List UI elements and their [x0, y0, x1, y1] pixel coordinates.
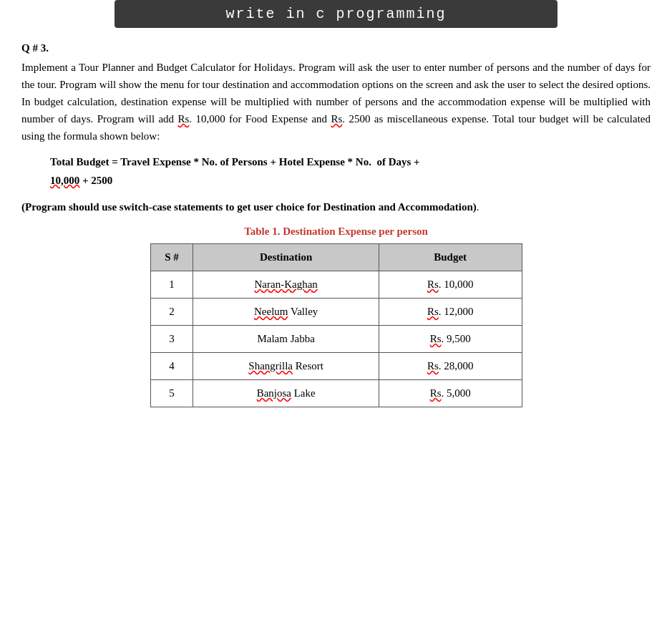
formula-line2: 10,000 + 2500 [50, 172, 651, 190]
note-block: (Program should use switch-case statemen… [21, 198, 651, 215]
sno-2: 2 [150, 299, 193, 326]
dest-3: Malam Jabba [193, 326, 379, 353]
budget-5: Rs. 5,000 [379, 380, 522, 407]
header-bar: write in c programming [115, 0, 557, 28]
note-text: (Program should use switch-case statemen… [21, 201, 477, 213]
table-header: S # Destination Budget [150, 244, 522, 271]
formula-line1: Total Budget = Travel Expense * No. of P… [50, 153, 651, 172]
sno-1: 1 [150, 271, 193, 299]
sno-3: 3 [150, 326, 193, 353]
budget-2: Rs. 12,000 [379, 299, 522, 326]
dest-2: Neelum Valley [193, 299, 379, 326]
header-title: write in c programming [225, 6, 446, 22]
dest-1: Naran-Kaghan [193, 271, 379, 299]
table-wrapper: S # Destination Budget 1 Naran-Kaghan Rs… [21, 243, 651, 407]
dest-4: Shangrilla Resort [193, 353, 379, 380]
rs-2500-inline: Rs [331, 113, 342, 125]
table-row: 3 Malam Jabba Rs. 9,500 [150, 326, 522, 353]
table-row: 5 Banjosa Lake Rs. 5,000 [150, 380, 522, 407]
budget-3: Rs. 9,500 [379, 326, 522, 353]
formula-block: Total Budget = Travel Expense * No. of P… [50, 153, 651, 190]
budget-1: Rs. 10,000 [379, 271, 522, 299]
table-row: 2 Neelum Valley Rs. 12,000 [150, 299, 522, 326]
table-title: Table 1. Destination Expense per person [21, 226, 651, 238]
destination-table: S # Destination Budget 1 Naran-Kaghan Rs… [150, 243, 522, 407]
table-body: 1 Naran-Kaghan Rs. 10,000 2 Neelum Valle… [150, 271, 522, 407]
col-header-destination: Destination [193, 244, 379, 271]
table-row: 1 Naran-Kaghan Rs. 10,000 [150, 271, 522, 299]
formula-10000: 10,000 [50, 175, 79, 186]
table-header-row: S # Destination Budget [150, 244, 522, 271]
question-label: Q # 3. [21, 42, 651, 54]
col-header-budget: Budget [379, 244, 522, 271]
col-header-sno: S # [150, 244, 193, 271]
page-content: Q # 3. Implement a Tour Planner and Budg… [0, 35, 672, 436]
sno-5: 5 [150, 380, 193, 407]
question-description: Implement a Tour Planner and Budget Calc… [21, 59, 651, 145]
budget-4: Rs. 28,000 [379, 353, 522, 380]
table-row: 4 Shangrilla Resort Rs. 28,000 [150, 353, 522, 380]
dest-5: Banjosa Lake [193, 380, 379, 407]
sno-4: 4 [150, 353, 193, 380]
rs-10000-inline: Rs [178, 113, 190, 125]
